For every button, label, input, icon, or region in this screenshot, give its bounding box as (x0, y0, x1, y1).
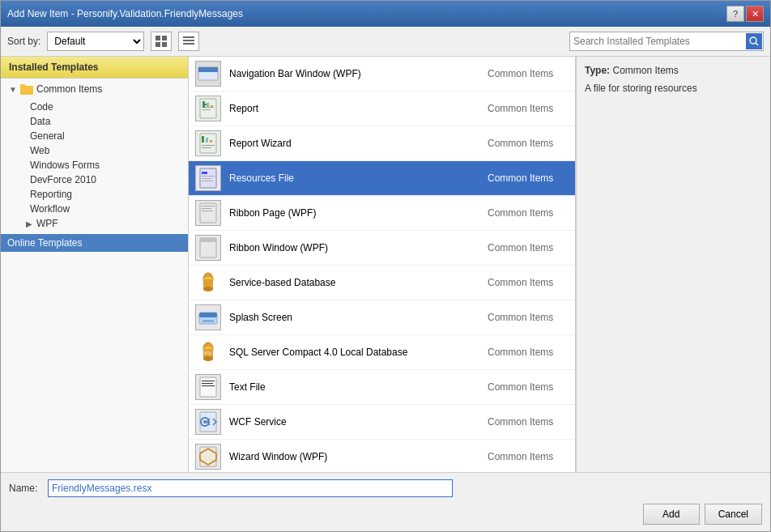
svg-rect-29 (202, 176, 215, 177)
svg-rect-34 (202, 208, 211, 209)
svg-point-41 (203, 287, 213, 292)
item-icon (195, 270, 221, 296)
search-input[interactable] (569, 32, 764, 51)
item-category: Common Items (488, 103, 569, 114)
type-value: Common Items (612, 65, 678, 76)
svg-rect-30 (202, 178, 211, 179)
right-panel: Type: Common Items A file for storing re… (576, 57, 770, 472)
svg-rect-43 (199, 313, 217, 317)
item-category: Common Items (488, 277, 569, 288)
item-icon: SQL (195, 339, 221, 365)
online-templates-item[interactable]: Online Templates (1, 234, 188, 252)
help-button[interactable]: ? (726, 6, 744, 22)
item-category: Common Items (488, 138, 569, 149)
item-icon (195, 409, 221, 435)
item-category: Common Items (488, 207, 569, 219)
svg-rect-44 (202, 320, 214, 322)
svg-rect-17 (202, 109, 211, 110)
list-item[interactable]: Navigation Bar Window (WPF) Common Items (189, 57, 575, 92)
svg-rect-57 (200, 447, 216, 466)
tree-child-reporting[interactable]: Reporting (1, 187, 188, 202)
view-list-button[interactable] (151, 32, 172, 51)
buttons-row: Add Cancel (9, 504, 762, 525)
item-name: Report Wizard (229, 138, 488, 149)
list-item[interactable]: Wizard Window (WPF) Common Items (189, 440, 575, 472)
item-name: SQL Server Compact 4.0 Local Database (229, 347, 488, 358)
item-name: Service-based Database (229, 277, 488, 288)
view-details-button[interactable] (178, 32, 199, 51)
cancel-button[interactable]: Cancel (705, 504, 762, 525)
name-row: Name: (9, 479, 762, 497)
svg-point-7 (750, 37, 756, 44)
sort-select[interactable]: Default (47, 32, 144, 51)
search-button[interactable] (746, 33, 762, 49)
name-label: Name: (9, 483, 41, 494)
item-icon (195, 165, 221, 191)
name-input[interactable] (48, 479, 453, 497)
item-name: WCF Service (229, 416, 488, 428)
svg-rect-24 (210, 140, 212, 143)
tree-child-wpf[interactable]: ▶ WPF (1, 216, 188, 231)
item-icon (195, 304, 221, 330)
tree-child-devforce[interactable]: DevForce 2010 (1, 172, 188, 187)
svg-rect-20 (211, 105, 213, 108)
svg-rect-11 (20, 84, 25, 87)
list-item[interactable]: Report Common Items (189, 92, 575, 126)
svg-rect-6 (183, 43, 194, 45)
svg-line-8 (756, 43, 758, 45)
svg-rect-18 (202, 101, 205, 108)
svg-rect-1 (162, 36, 167, 40)
add-button[interactable]: Add (643, 504, 700, 525)
left-panel: Installed Templates ▼ Common Items Code … (1, 57, 189, 472)
tree-root-label: Common Items (36, 83, 102, 95)
tree-expand-icon: ▼ (7, 83, 19, 95)
tree-child-workflow[interactable]: Workflow (1, 202, 188, 216)
body-area: Installed Templates ▼ Common Items Code … (1, 57, 770, 472)
item-name: Wizard Window (WPF) (229, 451, 488, 462)
item-category: Common Items (488, 451, 569, 462)
svg-rect-52 (202, 383, 213, 384)
item-name: Ribbon Page (WPF) (229, 207, 488, 219)
close-button[interactable]: ✕ (746, 6, 764, 22)
tree-child-code[interactable]: Code (1, 100, 188, 114)
list-item[interactable]: Ribbon Page (WPF) Common Items (189, 196, 575, 231)
item-icon (195, 374, 221, 400)
svg-rect-37 (200, 238, 216, 242)
item-icon (195, 130, 221, 156)
item-name: Splash Screen (229, 312, 488, 323)
svg-rect-13 (198, 67, 218, 72)
item-name: Ribbon Window (WPF) (229, 242, 488, 253)
list-item[interactable]: Service-based Database Common Items (189, 266, 575, 300)
title-bar-buttons: ? ✕ (726, 6, 764, 22)
tree-child-data[interactable]: Data (1, 114, 188, 129)
list-item[interactable]: SQL SQL Server Compact 4.0 Local Databas… (189, 335, 575, 370)
list-item[interactable]: Text File Common Items (189, 370, 575, 405)
list-item[interactable]: Resources File Common Items (189, 161, 575, 196)
item-category: Common Items (488, 172, 569, 184)
item-icon (195, 61, 221, 87)
svg-rect-31 (202, 181, 213, 181)
tree-child-windows-forms[interactable]: Windows Forms (1, 158, 188, 172)
item-category: Common Items (488, 416, 569, 428)
tree-root-item[interactable]: ▼ Common Items (1, 79, 188, 100)
type-label: Type: (585, 65, 610, 76)
item-icon (195, 200, 221, 226)
svg-rect-22 (202, 136, 204, 143)
list-item[interactable]: Ribbon Window (WPF) Common Items (189, 231, 575, 266)
list-item[interactable]: Report Wizard Common Items (189, 126, 575, 161)
list-item[interactable]: Splash Screen Common Items (189, 300, 575, 335)
type-info: Type: Common Items (585, 65, 762, 76)
item-category: Common Items (488, 68, 569, 79)
item-category: Common Items (488, 242, 569, 253)
svg-rect-25 (202, 145, 215, 146)
item-icon (195, 96, 221, 121)
search-box (569, 32, 764, 51)
tree-child-web[interactable]: Web (1, 143, 188, 158)
svg-rect-2 (155, 42, 160, 47)
item-name: Report (229, 103, 488, 114)
center-panel: Navigation Bar Window (WPF) Common Items (189, 57, 576, 472)
svg-rect-5 (183, 40, 194, 41)
installed-templates-header: Installed Templates (1, 57, 188, 79)
list-item[interactable]: WCF Service Common Items (189, 405, 575, 440)
tree-child-general[interactable]: General (1, 129, 188, 143)
